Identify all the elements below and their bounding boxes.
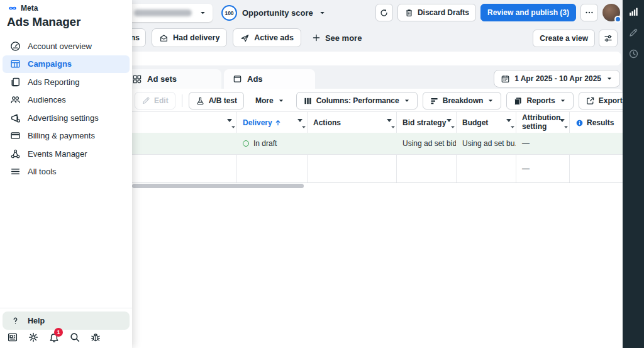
- edit-button[interactable]: Edit: [135, 92, 175, 109]
- budget-cell: Using ad set bu...: [456, 133, 516, 154]
- chevron-down-icon: [487, 97, 494, 104]
- sidebar-item-all-tools[interactable]: All tools: [3, 163, 130, 181]
- breakdown-button[interactable]: Breakdown: [423, 92, 502, 109]
- bid-strategy-header-label: Bid strategy: [402, 118, 446, 127]
- date-range-label: 1 Apr 2025 - 10 Apr 2025: [514, 74, 601, 83]
- chevron-down-icon: [318, 9, 326, 17]
- notification-badge: 1: [54, 328, 63, 337]
- sidebar-item-events-manager[interactable]: Events Manager: [3, 145, 130, 163]
- results-header-label: Results: [587, 118, 614, 127]
- search-icon[interactable]: [69, 332, 80, 343]
- sidebar-item-advertising-settings[interactable]: Advertising settings: [3, 109, 130, 127]
- events-nodes-icon: [10, 149, 21, 159]
- reports-label: Reports: [526, 96, 555, 105]
- edit-label: Edit: [154, 96, 169, 105]
- more-menu-button[interactable]: More: [249, 92, 291, 109]
- navigation-sidebar: Meta Ads Manager Account overview Campai…: [0, 0, 132, 348]
- refresh-button[interactable]: [375, 4, 393, 21]
- filter-chip-active-ads[interactable]: Active ads: [233, 28, 301, 47]
- column-header-actions[interactable]: Actions: [307, 112, 396, 133]
- meta-logo: Meta: [0, 0, 132, 13]
- sidebar-item-campaigns[interactable]: Campaigns: [3, 55, 130, 74]
- breakdown-icon: [430, 96, 439, 106]
- horizontal-scrollbar[interactable]: [132, 184, 304, 188]
- discard-drafts-button[interactable]: Discard Drafts: [397, 4, 476, 21]
- pencil-icon[interactable]: [628, 28, 638, 38]
- actions-cell: [307, 133, 396, 154]
- history-clock-icon[interactable]: [628, 48, 639, 59]
- gear-icon[interactable]: [28, 332, 39, 343]
- see-more-button[interactable]: See more: [312, 33, 362, 43]
- bug-report-icon[interactable]: [90, 332, 101, 343]
- date-range-selector[interactable]: 1 Apr 2025 - 10 Apr 2025: [494, 70, 620, 87]
- more-options-button[interactable]: [580, 4, 598, 21]
- avatar[interactable]: [602, 4, 620, 21]
- refresh-icon: [379, 8, 389, 18]
- view-settings-button[interactable]: [599, 30, 618, 47]
- sidebar-item-billing-payments[interactable]: Billing & payments: [3, 127, 130, 145]
- create-a-view-label: Create a view: [540, 34, 588, 43]
- export-label: Export: [599, 96, 623, 105]
- hamburger-menu-icon: [10, 166, 21, 177]
- tab-ad-sets[interactable]: Ad sets: [123, 69, 221, 89]
- actions-header-label: Actions: [313, 118, 341, 127]
- sliders-icon: [603, 33, 613, 43]
- info-icon: [575, 119, 584, 127]
- reports-button[interactable]: Reports: [506, 92, 573, 109]
- score-label: Opportunity score: [242, 8, 313, 18]
- chevron-down-icon: [403, 97, 411, 104]
- reports-icon: [513, 96, 523, 106]
- account-selector-dropdown[interactable]: [128, 4, 213, 22]
- opportunity-score[interactable]: 100 Opportunity score: [221, 5, 326, 21]
- chevron-down-icon: [559, 97, 567, 104]
- score-ring: 100: [221, 5, 237, 21]
- attribution-cell: —: [516, 133, 569, 154]
- help-button[interactable]: Help: [3, 312, 130, 330]
- ab-test-button[interactable]: A/B test: [189, 92, 244, 109]
- chevron-down-icon: [606, 75, 613, 82]
- sidebar-item-ads-reporting[interactable]: Ads Reporting: [3, 73, 130, 91]
- envelope-icon: [159, 33, 169, 43]
- create-a-view-button[interactable]: Create a view: [533, 30, 595, 47]
- notifications-button[interactable]: 1: [48, 332, 60, 344]
- trash-icon: [404, 8, 414, 18]
- toolbar-divider: [182, 94, 182, 107]
- column-header-budget[interactable]: Budget: [456, 112, 516, 133]
- plus-icon: [312, 33, 321, 42]
- report-pages-icon: [10, 77, 21, 87]
- chevron-down-icon: [199, 9, 207, 17]
- discard-drafts-label: Discard Drafts: [418, 8, 469, 17]
- had-delivery-label: Had delivery: [173, 33, 219, 42]
- filter-chip-had-delivery[interactable]: Had delivery: [152, 28, 227, 47]
- gauge-icon: [10, 41, 21, 52]
- tab-ads[interactable]: Ads: [224, 69, 315, 89]
- filter-panel-footer: [127, 52, 621, 65]
- delivery-cell: In draft: [236, 133, 307, 154]
- sidebar-divider: [0, 308, 132, 308]
- summary-attribution-cell: —: [516, 154, 569, 182]
- delivery-status: In draft: [253, 139, 277, 148]
- column-header-results[interactable]: Results: [569, 112, 623, 133]
- calendar-icon: [501, 74, 510, 84]
- score-value: 100: [225, 10, 233, 16]
- chevron-down-icon: [277, 97, 285, 104]
- delivery-header-label: Delivery: [243, 118, 272, 127]
- news-feed-icon[interactable]: [7, 332, 18, 343]
- paper-plane-icon: [240, 33, 250, 43]
- column-header-bid-strategy[interactable]: Bid strategy: [396, 112, 456, 133]
- export-button[interactable]: Export: [579, 93, 629, 109]
- bid-strategy-cell: Using ad set bid...: [396, 133, 456, 154]
- review-and-publish-button[interactable]: Review and publish (3): [480, 4, 576, 21]
- column-header-delivery[interactable]: Delivery: [236, 112, 307, 133]
- tab-ad-sets-label: Ad sets: [147, 74, 177, 84]
- results-cell: [569, 133, 623, 154]
- tab-ads-label: Ads: [247, 74, 263, 84]
- meta-infinity-icon: [7, 4, 18, 13]
- in-draft-icon: [243, 140, 249, 147]
- insights-bars-icon[interactable]: [628, 6, 639, 17]
- ads-icon: [233, 74, 242, 84]
- columns-button[interactable]: Columns: Performance: [296, 92, 418, 109]
- sidebar-item-account-overview[interactable]: Account overview: [3, 37, 130, 55]
- sidebar-item-audiences[interactable]: Audiences: [3, 91, 130, 109]
- column-header-attribution[interactable]: Attribution setting: [516, 112, 569, 133]
